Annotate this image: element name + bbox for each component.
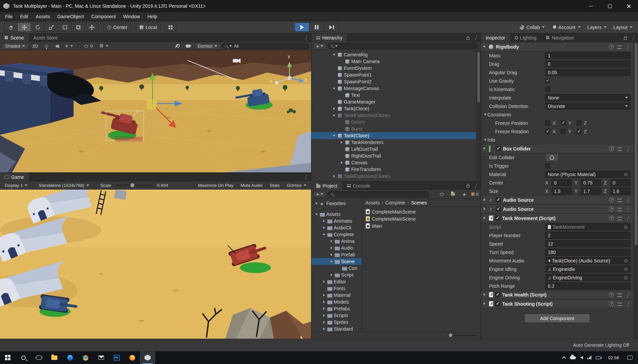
search-by-label-button[interactable] xyxy=(448,191,458,197)
custom-tool-button[interactable] xyxy=(85,23,99,32)
foldout-arrow-icon[interactable] xyxy=(322,226,326,230)
foldout-arrow-icon[interactable] xyxy=(332,73,336,77)
hidden-objects-toggle[interactable]: 0 xyxy=(81,43,95,49)
camera-settings-button[interactable] xyxy=(183,43,193,49)
foldout-arrow-icon[interactable] xyxy=(332,107,336,111)
foldout-arrow-icon[interactable] xyxy=(322,307,326,311)
tank-shooting-enabled-checkbox[interactable] xyxy=(495,301,500,306)
hierarchy-item[interactable]: Tank(Clone) xyxy=(311,105,481,112)
kebab-menu-icon[interactable] xyxy=(625,292,630,298)
firefox-button[interactable] xyxy=(124,351,140,364)
project-tree-item[interactable]: Editor xyxy=(311,278,362,285)
kebab-menu-icon[interactable] xyxy=(625,206,630,212)
physic-material-field[interactable]: None (Physic Material) xyxy=(545,171,631,178)
foldout-arrow-icon[interactable] xyxy=(483,216,486,220)
kebab-menu-icon[interactable] xyxy=(630,35,635,41)
pivot-rotation-button[interactable]: Local xyxy=(136,23,160,32)
hierarchy-item[interactable]: LeftDustTrail xyxy=(311,146,481,152)
tab-project[interactable]: Project xyxy=(311,181,342,190)
hierarchy-item[interactable]: RightDustTrail xyxy=(311,152,481,159)
mail-button[interactable] xyxy=(93,351,109,364)
asset-item[interactable]: CompleteMainScene xyxy=(362,208,481,215)
foldout-arrow-icon[interactable] xyxy=(315,213,318,216)
is-trigger-checkbox[interactable] xyxy=(545,163,550,168)
foldout-arrow-icon[interactable] xyxy=(340,93,343,97)
maximize-button[interactable] xyxy=(600,0,619,12)
foldout-arrow-icon[interactable] xyxy=(340,60,343,63)
foldout-arrow-icon[interactable] xyxy=(322,233,326,236)
object-picker-icon[interactable] xyxy=(624,224,628,230)
project-tree-item[interactable]: Scripts xyxy=(311,312,362,319)
preset-icon[interactable] xyxy=(617,293,622,297)
breadcrumb-item[interactable]: Scenes xyxy=(411,200,427,205)
kebab-menu-icon[interactable] xyxy=(625,215,630,221)
turn-speed-field[interactable]: 180 xyxy=(545,249,631,256)
foldout-arrow-icon[interactable] xyxy=(330,240,333,243)
preset-icon[interactable] xyxy=(617,46,622,49)
object-picker-icon[interactable] xyxy=(624,172,628,177)
tray-expand-icon[interactable] xyxy=(562,356,566,360)
tab-scene[interactable]: Scene xyxy=(0,33,29,42)
layers-dropdown[interactable]: Layers xyxy=(587,25,607,30)
project-search-field[interactable] xyxy=(328,191,429,197)
hierarchy-search-input[interactable] xyxy=(339,44,476,49)
kebab-menu-icon[interactable] xyxy=(625,44,630,50)
foldout-arrow-icon[interactable] xyxy=(330,273,333,277)
hierarchy-item[interactable]: Burst xyxy=(311,125,481,132)
preset-icon[interactable] xyxy=(617,208,622,211)
engine-idling-field[interactable]: EngineIdle xyxy=(545,265,631,273)
engine-driving-field[interactable]: EngineDriving xyxy=(545,274,631,281)
foldout-arrow-icon[interactable] xyxy=(332,66,336,70)
tab-lighting[interactable]: Lighting xyxy=(510,33,541,42)
foldout-arrow-icon[interactable] xyxy=(330,246,333,250)
foldout-arrow-icon[interactable] xyxy=(340,141,343,144)
freeze-position-z-checkbox[interactable] xyxy=(577,120,582,125)
scrollbar-thumb[interactable] xyxy=(477,52,480,103)
project-tree-item[interactable]: Con xyxy=(311,265,362,272)
hierarchy-item[interactable]: MessageCanvas xyxy=(311,85,481,92)
tank-movement-header[interactable]: Tank Movement (Script) xyxy=(481,214,633,223)
project-tree-item[interactable]: Material xyxy=(311,292,362,299)
hierarchy-item[interactable]: Main Camera xyxy=(311,58,481,65)
auto-generate-lighting-status[interactable]: Auto Generate Lighting Off xyxy=(573,342,629,348)
clock[interactable]: 02:56 xyxy=(605,355,622,360)
foldout-arrow-icon[interactable] xyxy=(332,100,336,104)
foldout-arrow-icon[interactable] xyxy=(484,113,487,116)
hierarchy-item[interactable]: CameraRig xyxy=(311,51,481,58)
foldout-arrow-icon[interactable] xyxy=(322,293,326,297)
foldout-arrow-icon[interactable] xyxy=(340,127,343,131)
foldout-arrow-icon[interactable] xyxy=(322,300,326,304)
center-z-field[interactable]: 0 xyxy=(610,179,631,186)
audio-source-1-header[interactable]: Audio Source xyxy=(481,195,633,204)
hierarchy-item[interactable]: SpawnPoint2 xyxy=(311,78,481,85)
axis-y-label[interactable]: y xyxy=(288,54,290,59)
tab-game[interactable]: Game xyxy=(0,173,29,181)
hierarchy-scrollbar[interactable] xyxy=(476,50,481,181)
is-kinematic-checkbox[interactable] xyxy=(545,87,550,92)
project-tree-item[interactable]: Scene xyxy=(311,258,362,265)
stats-toggle[interactable]: Stats xyxy=(267,182,282,189)
speed-field[interactable]: 12 xyxy=(545,240,631,247)
collision-detection-dropdown[interactable]: Discrete xyxy=(545,103,631,110)
foldout-arrow-icon[interactable] xyxy=(322,327,326,331)
foldout-arrow-icon[interactable] xyxy=(332,87,336,90)
foldout-arrow-icon[interactable] xyxy=(483,293,486,297)
inspector-scrollbar[interactable] xyxy=(634,42,638,339)
project-tree-item[interactable]: Assets xyxy=(311,211,362,218)
foldout-arrow-icon[interactable] xyxy=(332,134,336,138)
hand-tool-button[interactable] xyxy=(4,23,18,32)
help-icon[interactable] xyxy=(609,301,614,306)
minimize-button[interactable] xyxy=(581,0,600,12)
project-tree-item[interactable]: Models xyxy=(311,299,362,305)
component-tools-button[interactable] xyxy=(172,43,181,49)
foldout-arrow-icon[interactable] xyxy=(330,260,333,263)
hierarchy-item[interactable]: Debris xyxy=(311,119,481,125)
foldout-arrow-icon[interactable] xyxy=(322,320,326,324)
tank-health-header[interactable]: Tank Health (Script) xyxy=(481,290,633,299)
preset-icon[interactable] xyxy=(617,199,622,202)
create-object-button[interactable]: + xyxy=(313,43,326,49)
pitch-range-field[interactable]: 0.2 xyxy=(545,282,631,289)
size-x-field[interactable]: 1.5 xyxy=(552,188,572,195)
project-tree-item[interactable]: Script xyxy=(311,272,362,278)
scene-search-input[interactable] xyxy=(234,44,306,49)
